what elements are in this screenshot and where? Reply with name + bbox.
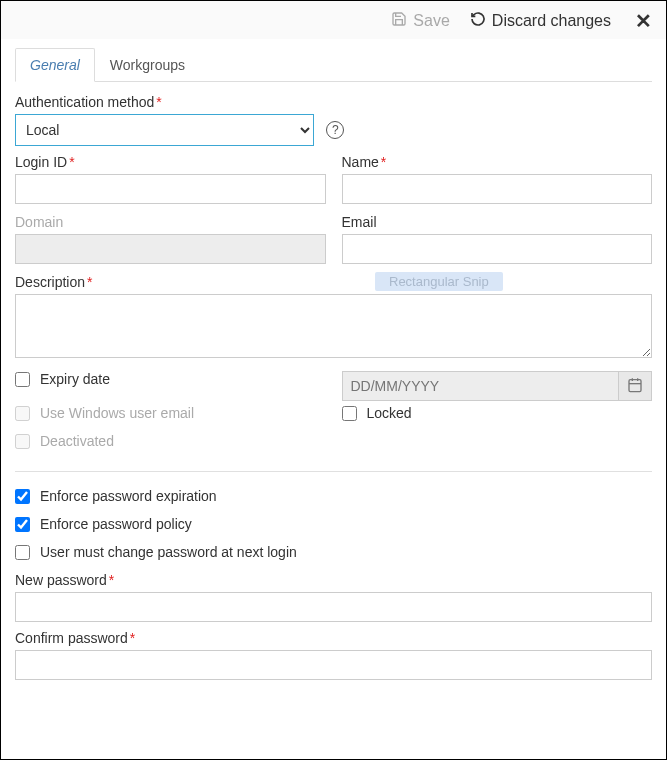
required-star: * [381,154,386,170]
required-star: * [156,94,161,110]
close-button[interactable]: ✕ [635,9,652,33]
help-icon[interactable]: ? [326,121,344,139]
email-label: Email [342,214,653,230]
deactivated-label: Deactivated [40,433,114,449]
divider [15,471,652,472]
name-label: Name* [342,154,653,170]
tab-bar: General Workgroups [15,47,652,82]
new-password-label: New password* [15,572,652,588]
discard-button[interactable]: Discard changes [470,11,611,31]
use-windows-email-label: Use Windows user email [40,405,194,421]
must-change-checkbox[interactable] [15,545,30,560]
locked-label: Locked [367,405,412,421]
svg-rect-0 [629,379,641,391]
login-id-label: Login ID* [15,154,326,170]
locked-checkbox[interactable] [342,406,357,421]
enforce-policy-label: Enforce password policy [40,516,192,532]
form-general: Authentication method* Local ? Login ID*… [1,82,666,708]
enforce-expiration-checkbox[interactable] [15,489,30,504]
auth-method-select[interactable]: Local [15,114,314,146]
email-input[interactable] [342,234,653,264]
enforce-expiration-label: Enforce password expiration [40,488,217,504]
discard-label: Discard changes [492,12,611,30]
confirm-password-label: Confirm password* [15,630,652,646]
tab-general[interactable]: General [15,48,95,82]
required-star: * [130,630,135,646]
deactivated-checkbox [15,434,30,449]
required-star: * [87,274,92,290]
save-label: Save [413,12,449,30]
domain-input [15,234,326,264]
confirm-password-input[interactable] [15,650,652,680]
description-textarea[interactable] [15,294,652,358]
calendar-icon [627,377,643,396]
enforce-policy-checkbox[interactable] [15,517,30,532]
auth-method-label: Authentication method* [15,94,652,110]
new-password-input[interactable] [15,592,652,622]
expiry-date-checkbox[interactable] [15,372,30,387]
required-star: * [109,572,114,588]
domain-label: Domain [15,214,326,230]
must-change-label: User must change password at next login [40,544,297,560]
tab-workgroups[interactable]: Workgroups [95,48,200,82]
expiry-date-label: Expiry date [40,371,110,387]
calendar-button[interactable] [618,371,652,401]
undo-icon [470,11,486,31]
save-button: Save [391,11,449,31]
required-star: * [69,154,74,170]
login-id-input[interactable] [15,174,326,204]
use-windows-email-checkbox [15,406,30,421]
description-label: Description* [15,274,652,290]
save-icon [391,11,407,31]
toolbar: Save Discard changes ✕ [1,1,666,39]
name-input[interactable] [342,174,653,204]
expiry-date-input [342,371,619,401]
snip-badge: Rectangular Snip [375,272,503,291]
